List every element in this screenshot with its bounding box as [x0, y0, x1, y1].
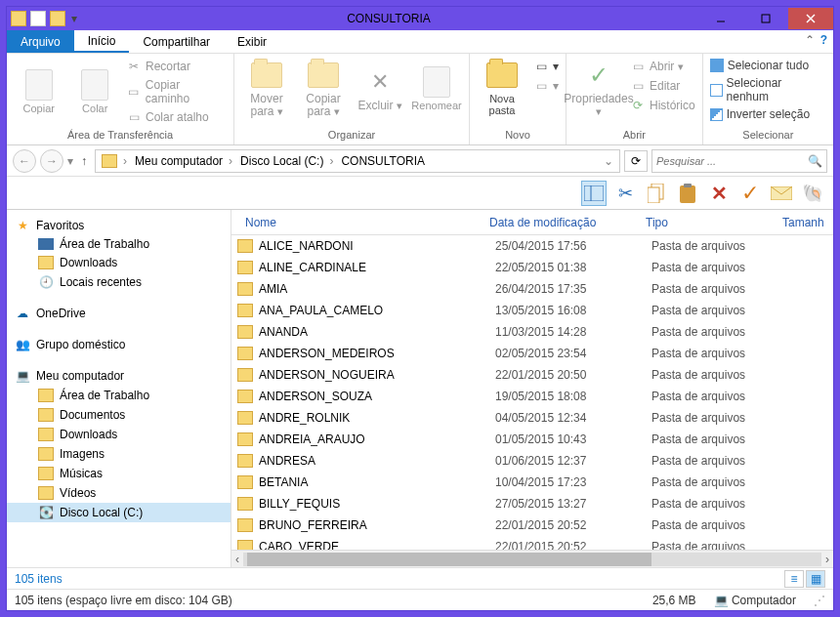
breadcrumb-item[interactable]: Meu computador›	[131, 154, 236, 168]
breadcrumb-root[interactable]: ›	[98, 154, 131, 168]
col-type[interactable]: Tipo	[638, 216, 775, 229]
selectnone-button[interactable]: Selecionar nenhum	[709, 75, 827, 104]
file-list[interactable]: ALICE_NARDONI25/04/2015 17:56Pasta de ar…	[231, 235, 833, 550]
open-button[interactable]: ▭Abrir ▾	[629, 58, 696, 75]
sidebar-c-music[interactable]: Músicas	[7, 464, 231, 483]
paste-icon[interactable]	[675, 181, 700, 206]
sidebar-homegroup[interactable]: 👥Grupo doméstico	[7, 335, 231, 354]
navigation-sidebar[interactable]: ★Favoritos Área de Trabalho Downloads 🕘L…	[7, 210, 231, 567]
sidebar-downloads[interactable]: Downloads	[7, 253, 231, 272]
table-row[interactable]: ANDRESA01/06/2015 12:37Pasta de arquivos	[231, 450, 833, 472]
breadcrumb[interactable]: › Meu computador› Disco Local (C:)› CONS…	[95, 149, 620, 173]
shell-icon[interactable]: 🐚	[800, 181, 825, 206]
copypath-button[interactable]: ▭Copiar caminho	[125, 77, 228, 106]
pasteshortcut-button[interactable]: ▭Colar atalho	[125, 108, 228, 126]
sidebar-c-disk[interactable]: 💽Disco Local (C:)	[7, 503, 231, 522]
horizontal-scrollbar[interactable]: ‹ ›	[231, 550, 833, 567]
view-details-button[interactable]: ≡	[784, 570, 804, 588]
table-row[interactable]: CABO_VERDE22/01/2015 20:52Pasta de arqui…	[231, 536, 833, 550]
table-row[interactable]: ANDERSON_SOUZA19/05/2015 18:08Pasta de a…	[231, 386, 833, 407]
sidebar-desktop[interactable]: Área de Trabalho	[7, 235, 231, 253]
col-size[interactable]: Tamanh	[775, 216, 833, 229]
sidebar-recent[interactable]: 🕘Locais recentes	[7, 272, 231, 292]
table-row[interactable]: ALICE_NARDONI25/04/2015 17:56Pasta de ar…	[231, 235, 833, 257]
table-row[interactable]: ANDRE_ROLNIK04/05/2015 12:34Pasta de arq…	[231, 407, 833, 429]
sidebar-c-docs[interactable]: Documentos	[7, 405, 231, 425]
copy-button[interactable]: Copiar	[13, 58, 65, 126]
file-date: 11/03/2015 14:28	[487, 325, 644, 339]
sidebar-c-desktop[interactable]: Área de Trabalho	[7, 386, 231, 405]
sidebar-onedrive[interactable]: ☁OneDrive	[7, 304, 231, 323]
table-row[interactable]: ALINE_CARDINALE22/05/2015 01:38Pasta de …	[231, 257, 833, 278]
sidebar-c-downloads[interactable]: Downloads	[7, 425, 231, 444]
refresh-button[interactable]: ⟳	[624, 150, 648, 172]
panes-button[interactable]	[581, 181, 607, 206]
table-row[interactable]: ANDREIA_ARAUJO01/05/2015 10:43Pasta de a…	[231, 429, 833, 450]
properties-button[interactable]: ✓Propriedades ▾	[572, 58, 625, 119]
col-date[interactable]: Data de modificação	[482, 216, 638, 229]
search-box[interactable]: 🔍	[651, 149, 827, 173]
recent-dropdown[interactable]: ▾	[67, 154, 73, 168]
copy-icon[interactable]	[644, 181, 669, 206]
tab-home[interactable]: Início	[74, 30, 130, 53]
cut-button[interactable]: ✂Recortar	[125, 58, 228, 75]
newfolder-button[interactable]: Nova pasta	[476, 58, 528, 118]
up-button[interactable]: ↑	[77, 154, 91, 168]
qat-overflow[interactable]: ▾	[71, 12, 77, 25]
table-row[interactable]: AMIA26/04/2015 17:35Pasta de arquivos	[231, 278, 833, 300]
back-button[interactable]: ←	[13, 149, 36, 173]
breadcrumb-dropdown[interactable]: ⌄	[600, 154, 617, 168]
breadcrumb-item[interactable]: Disco Local (C:)›	[236, 154, 337, 168]
edit-button[interactable]: ▭Editar	[629, 77, 696, 95]
search-input[interactable]	[656, 155, 808, 167]
mail-icon[interactable]	[769, 181, 794, 206]
breadcrumb-item[interactable]: CONSULTORIA	[337, 154, 429, 168]
view-icons-button[interactable]: ▦	[806, 570, 825, 588]
file-date: 25/04/2015 17:56	[487, 239, 644, 253]
table-row[interactable]: ANDERSON_NOGUEIRA22/01/2015 20:50Pasta d…	[231, 364, 833, 386]
table-row[interactable]: BILLY_FEQUIS27/05/2015 13:27Pasta de arq…	[231, 493, 833, 514]
close-button[interactable]	[788, 8, 833, 29]
table-row[interactable]: BETANIA10/04/2015 17:23Pasta de arquivos	[231, 472, 833, 493]
tab-share[interactable]: Compartilhar	[129, 30, 224, 53]
sidebar-c-images[interactable]: Imagens	[7, 444, 231, 464]
cut-icon[interactable]: ✂	[612, 181, 638, 206]
newitem-button[interactable]: ▭▾	[532, 58, 560, 75]
table-row[interactable]: ANDERSON_MEDEIROS02/05/2015 23:54Pasta d…	[231, 343, 833, 364]
folder-icon	[102, 154, 117, 168]
sidebar-c-videos[interactable]: Vídeos	[7, 483, 231, 503]
help-icon[interactable]: ?	[820, 33, 827, 47]
ribbon-collapse-icon[interactable]: ⌃	[805, 33, 815, 47]
delete-icon[interactable]: ✕	[706, 181, 732, 206]
rename-button[interactable]: Renomear	[410, 58, 463, 120]
table-row[interactable]: ANANDA11/03/2015 14:28Pasta de arquivos	[231, 321, 833, 343]
svg-rect-8	[680, 185, 695, 203]
easyaccess-button[interactable]: ▭▾	[532, 77, 560, 95]
minimize-button[interactable]	[698, 8, 743, 29]
sidebar-computer[interactable]: 💻Meu computador	[7, 366, 231, 386]
invertselection-button[interactable]: Inverter seleção	[709, 106, 827, 122]
file-type: Pasta de arquivos	[644, 518, 780, 532]
history-button[interactable]: ⟳Histórico	[629, 97, 696, 114]
moveto-button[interactable]: Mover para ▾	[240, 58, 293, 120]
ribbon-group-select: Selecionar tudo Selecionar nenhum Invert…	[703, 54, 833, 144]
tab-view[interactable]: Exibir	[224, 30, 280, 53]
paste-button[interactable]: Colar	[69, 58, 122, 126]
folder-icon	[38, 428, 54, 441]
tab-file[interactable]: Arquivo	[7, 30, 74, 53]
maximize-button[interactable]	[743, 8, 788, 29]
qat-icon-2[interactable]	[50, 11, 65, 26]
check-icon[interactable]: ✓	[737, 181, 763, 206]
table-row[interactable]: BRUNO_FERREIRA22/01/2015 20:52Pasta de a…	[231, 514, 833, 536]
forward-button[interactable]: →	[40, 149, 63, 173]
sidebar-favorites[interactable]: ★Favoritos	[7, 216, 231, 235]
col-name[interactable]: Nome	[237, 216, 482, 229]
selectall-button[interactable]: Selecionar tudo	[709, 58, 827, 73]
svg-rect-1	[762, 15, 770, 22]
qat-icon[interactable]	[30, 11, 46, 26]
status-grip: ⋰	[814, 594, 825, 607]
copyto-button[interactable]: Copiar para ▾	[297, 58, 350, 120]
table-row[interactable]: ANA_PAULA_CAMELO13/05/2015 16:08Pasta de…	[231, 300, 833, 321]
delete-button[interactable]: ✕Excluir ▾	[354, 58, 406, 120]
folder-icon	[237, 432, 253, 446]
